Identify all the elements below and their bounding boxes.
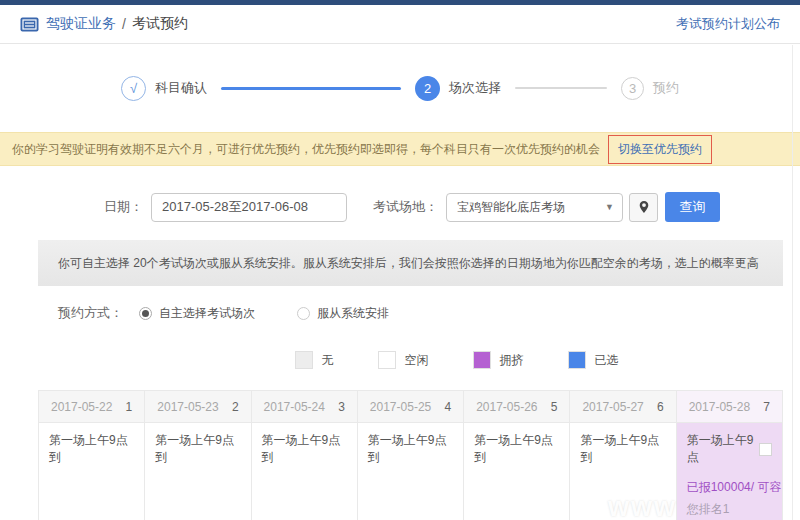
booking-mode-row: 预约方式： 自主选择考试场次 服从系统安排: [38, 286, 783, 340]
column-date: 2017-05-22: [51, 400, 112, 414]
tip-text: 你可自主选择 20个考试场次或服从系统安排。服从系统安排后，我们会按照你选择的日…: [58, 255, 759, 272]
session-cell-crowded[interactable]: 第一场上午9点 已报100004/ 可容 您排名1: [676, 423, 782, 520]
session-cell[interactable]: 第一场上午9点到: [357, 423, 463, 520]
notice-text: 你的学习驾驶证明有效期不足六个月，可进行优先预约，优先预约即选即得，每个科目只有…: [12, 141, 600, 158]
radio-unselected-icon[interactable]: [297, 307, 310, 320]
step-session-select: 2 场次选择: [415, 76, 501, 101]
booking-panel: 你可自主选择 20个考试场次或服从系统安排。服从系统安排后，我们会按照你选择的日…: [38, 240, 783, 380]
column-date: 2017-05-23: [157, 400, 218, 414]
radio-option-self-select[interactable]: 自主选择考试场次: [139, 305, 255, 322]
legend-swatch-crowded: [473, 351, 491, 369]
session-label: 第一场上午9点: [687, 432, 759, 466]
legend-label: 空闲: [405, 352, 429, 369]
check-icon: √: [121, 76, 146, 101]
date-range-input[interactable]: [151, 193, 347, 222]
date-column-header: 2017-05-254: [357, 391, 463, 423]
search-button[interactable]: 查询: [665, 192, 720, 222]
legend-item-selected: 已选: [568, 351, 619, 369]
step-number-badge: 2: [415, 76, 440, 101]
notice-link-highlight-box: 切换至优先预约: [608, 135, 712, 164]
date-column-header: 2017-05-232: [145, 391, 251, 423]
exam-plan-link[interactable]: 考试预约计划公布: [676, 15, 780, 33]
map-location-button[interactable]: [629, 193, 658, 222]
stepper: √ 科目确认 2 场次选择 3 预约: [0, 44, 800, 132]
date-column-header: 2017-05-221: [39, 391, 145, 423]
session-cell[interactable]: 第一场上午9点到: [464, 423, 570, 520]
column-daynum: 3: [338, 400, 345, 414]
date-column-header: 2017-05-265: [464, 391, 570, 423]
capacity-info: 已报100004/ 可容: [687, 479, 772, 496]
column-date: 2017-05-24: [264, 400, 325, 414]
filter-row: 日期： 考试场地： 宝鸡智能化底店考场 ▼ 查询: [0, 192, 800, 222]
venue-label: 考试场地：: [373, 198, 438, 216]
radio-option-system-arrange[interactable]: 服从系统安排: [297, 305, 389, 322]
stepper-connector-done: [221, 87, 401, 90]
radio-option-label: 自主选择考试场次: [159, 305, 255, 322]
legend-swatch-free: [378, 351, 396, 369]
column-daynum: 6: [657, 400, 664, 414]
switch-priority-link[interactable]: 切换至优先预约: [618, 142, 702, 156]
content-right-divider: [792, 45, 793, 520]
legend-row: 无 空闲 拥挤 已选: [84, 340, 800, 380]
step-reserve: 3 预约: [621, 77, 679, 100]
breadcrumb-root[interactable]: 驾驶证业务: [46, 15, 116, 33]
page-header: 驾驶证业务 / 考试预约 考试预约计划公布: [0, 5, 800, 44]
venue-selected-value: 宝鸡智能化底店考场: [457, 199, 605, 216]
license-service-icon: [20, 17, 39, 32]
breadcrumb-separator: /: [122, 16, 126, 32]
date-column-header: 2017-05-243: [251, 391, 357, 423]
date-column-header: 2017-05-287: [676, 391, 782, 423]
column-date: 2017-05-25: [370, 400, 431, 414]
location-pin-icon: [638, 200, 650, 214]
stepper-connector-pending: [515, 87, 607, 89]
chevron-down-icon: ▼: [605, 202, 614, 212]
column-daynum: 2: [232, 400, 239, 414]
radio-option-label: 服从系统安排: [317, 305, 389, 322]
date-label: 日期：: [104, 198, 143, 216]
legend-label: 拥挤: [500, 352, 524, 369]
column-date: 2017-05-28: [689, 400, 750, 414]
step-subject-confirm: √ 科目确认: [121, 76, 207, 101]
venue-select[interactable]: 宝鸡智能化底店考场 ▼: [446, 193, 623, 222]
column-date: 2017-05-26: [476, 400, 537, 414]
system-tip-bar: 你可自主选择 20个考试场次或服从系统安排。服从系统安排后，我们会按照你选择的日…: [38, 240, 783, 286]
rank-info: 您排名1: [687, 501, 772, 518]
legend-label: 已选: [595, 352, 619, 369]
column-daynum: 5: [551, 400, 558, 414]
column-daynum: 7: [763, 400, 770, 414]
column-daynum: 4: [444, 400, 451, 414]
legend-item-crowded: 拥挤: [473, 351, 524, 369]
step-number-badge: 3: [621, 77, 644, 100]
legend-swatch-none: [295, 351, 313, 369]
step-label: 预约: [653, 79, 679, 97]
step-label: 场次选择: [449, 79, 501, 97]
priority-notice-bar: 你的学习驾驶证明有效期不足六个月，可进行优先预约，优先预约即选即得，每个科目只有…: [0, 132, 800, 166]
session-cell[interactable]: 第一场上午9点到: [39, 423, 145, 520]
radio-selected-icon[interactable]: [139, 307, 152, 320]
session-row-1: 第一场上午9点到 第一场上午9点到 第一场上午9点到 第一场上午9点到 第一场上…: [39, 423, 783, 520]
legend-swatch-selected: [568, 351, 586, 369]
session-cell[interactable]: 第一场上午9点到: [570, 423, 676, 520]
date-column-header: 2017-05-276: [570, 391, 676, 423]
session-cell[interactable]: 第一场上午9点到: [145, 423, 251, 520]
schedule-header-row: 2017-05-221 2017-05-232 2017-05-243 2017…: [39, 391, 783, 423]
step-label: 科目确认: [155, 79, 207, 97]
booking-mode-label: 预约方式：: [58, 304, 123, 322]
breadcrumb-current: 考试预约: [132, 15, 188, 33]
legend-item-free: 空闲: [378, 351, 429, 369]
column-date: 2017-05-27: [582, 400, 643, 414]
legend-label: 无: [322, 352, 334, 369]
legend-item-none: 无: [295, 351, 334, 369]
schedule-table: 2017-05-221 2017-05-232 2017-05-243 2017…: [38, 390, 783, 520]
session-cell[interactable]: 第一场上午9点到: [251, 423, 357, 520]
column-daynum: 1: [126, 400, 133, 414]
session-checkbox[interactable]: [759, 443, 772, 456]
